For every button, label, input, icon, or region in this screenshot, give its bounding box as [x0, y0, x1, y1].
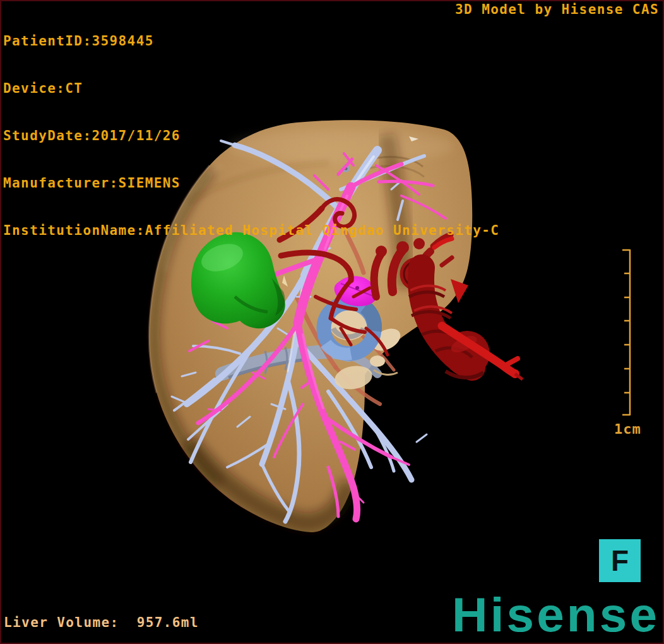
scale-ruler	[606, 243, 656, 420]
model-credit-text: 3D Model by Hisense CAS	[455, 2, 659, 18]
device-text: Device:CT	[3, 81, 499, 97]
hisense-logo: Hisense	[452, 591, 660, 639]
institution-text: InstitutionName:Affiliated Hospital Qing…	[3, 223, 499, 239]
study-date-text: StudyDate:2017/11/26	[3, 128, 499, 144]
manufacturer-text: Manufacturer:SIEMENS	[3, 176, 499, 191]
orientation-marker-f[interactable]: F	[599, 539, 641, 582]
patient-id-text: PatientID:3598445	[3, 33, 499, 49]
hisense-cas-3d-viewer: { "overlay": { "info_lines": [ "PatientI…	[0, 0, 664, 644]
patient-info-block: PatientID:3598445 Device:CT StudyDate:20…	[3, 2, 499, 254]
scale-label: 1cm	[606, 421, 656, 437]
scale-bar: 1cm	[606, 243, 656, 442]
liver-volume-text: Liver Volume: 957.6ml	[4, 615, 199, 631]
